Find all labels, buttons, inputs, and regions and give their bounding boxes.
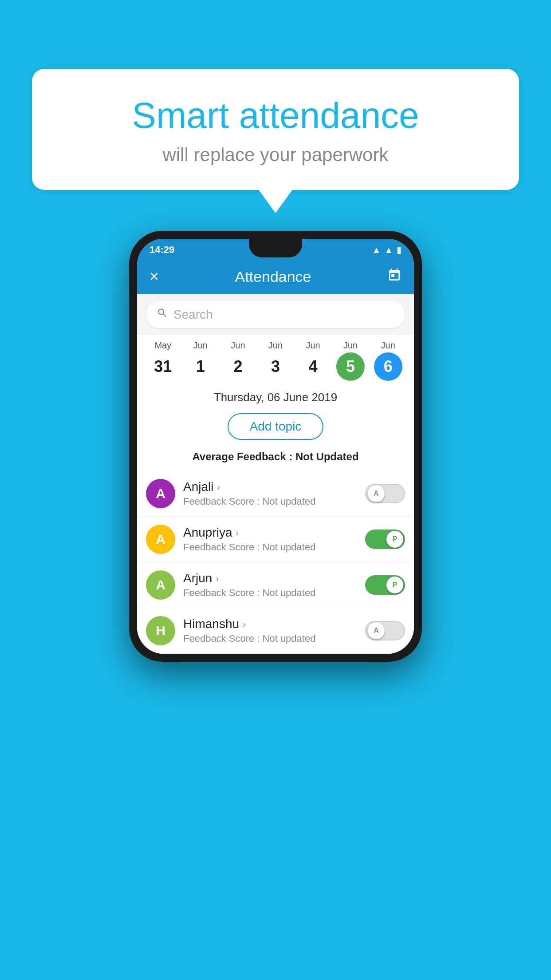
student-list: AAnjali ›Feedback Score : Not updatedAAA…: [137, 471, 414, 654]
cal-date-3[interactable]: 3: [261, 352, 290, 381]
phone-outer: 14:29 ▲ ▲ ▮ × Attendance: [129, 231, 422, 662]
cal-month-5: Jun: [343, 340, 358, 351]
app-bar: × Attendance: [137, 259, 414, 294]
search-container: Search: [137, 294, 414, 335]
cal-month-6: Jun: [381, 340, 395, 351]
cal-date-1[interactable]: 1: [186, 352, 215, 381]
speech-bubble-container: Smart attendance will replace your paper…: [32, 69, 519, 190]
toggle-container-3[interactable]: A: [365, 621, 405, 640]
toggle-knob-0: A: [368, 485, 385, 502]
cal-month-3: Jun: [268, 340, 283, 351]
attendance-toggle-0[interactable]: A: [365, 484, 405, 503]
toggle-knob-1: P: [386, 531, 403, 548]
calendar-day-31[interactable]: May31: [147, 340, 179, 381]
cal-date-2[interactable]: 2: [224, 352, 252, 381]
phone-mockup: 14:29 ▲ ▲ ▮ × Attendance: [129, 231, 422, 662]
signal-icon: ▲: [384, 245, 393, 255]
avatar-3: H: [146, 616, 175, 645]
add-topic-container: Add topic: [137, 409, 414, 447]
bubble-title: Smart attendance: [54, 95, 497, 135]
student-name-1: Anupriya ›: [183, 526, 365, 540]
phone-screen: 14:29 ▲ ▲ ▮ × Attendance: [137, 239, 414, 654]
toggle-knob-3: A: [368, 622, 385, 639]
calendar-day-6[interactable]: Jun6: [372, 340, 404, 381]
student-name-0: Anjali ›: [183, 480, 365, 494]
toggle-knob-2: P: [386, 577, 403, 593]
cal-date-0[interactable]: 31: [149, 352, 177, 381]
cal-month-2: Jun: [231, 340, 245, 351]
student-item-1[interactable]: AAnupriya ›Feedback Score : Not updatedP: [137, 517, 414, 562]
chevron-icon: ›: [243, 619, 246, 629]
student-item-0[interactable]: AAnjali ›Feedback Score : Not updatedA: [137, 471, 414, 517]
avatar-2: A: [146, 570, 175, 600]
chevron-icon: ›: [217, 482, 220, 492]
cal-date-4[interactable]: 4: [299, 352, 327, 381]
student-info-1: Anupriya ›Feedback Score : Not updated: [183, 526, 365, 553]
calendar-day-5[interactable]: Jun5: [335, 340, 366, 381]
avg-feedback: Average Feedback : Not Updated: [137, 447, 414, 471]
status-bar-wrapper: 14:29 ▲ ▲ ▮: [137, 239, 414, 259]
student-item-2[interactable]: AArjun ›Feedback Score : Not updatedP: [137, 562, 414, 608]
search-bar[interactable]: Search: [146, 301, 405, 328]
calendar-day-3[interactable]: Jun3: [260, 340, 291, 381]
avatar-1: A: [146, 525, 175, 554]
close-button[interactable]: ×: [150, 267, 159, 286]
bubble-subtitle: will replace your paperwork: [54, 144, 497, 166]
toggle-container-0[interactable]: A: [365, 484, 405, 503]
search-icon: [157, 307, 168, 322]
student-info-2: Arjun ›Feedback Score : Not updated: [183, 571, 365, 599]
cal-date-6[interactable]: 6: [374, 352, 402, 381]
avatar-0: A: [146, 479, 175, 508]
calendar-day-1[interactable]: Jun1: [185, 340, 216, 381]
wifi-icon: ▲: [372, 245, 381, 255]
calendar-day-2[interactable]: Jun2: [222, 340, 254, 381]
search-input[interactable]: Search: [173, 308, 394, 322]
cal-month-1: Jun: [193, 340, 208, 351]
cal-date-5[interactable]: 5: [336, 352, 365, 381]
toggle-container-2[interactable]: P: [365, 575, 405, 595]
cal-month-0: May: [154, 340, 171, 351]
attendance-toggle-2[interactable]: P: [365, 575, 405, 595]
student-info-0: Anjali ›Feedback Score : Not updated: [183, 480, 365, 507]
student-score-2: Feedback Score : Not updated: [183, 587, 365, 599]
status-time: 14:29: [150, 244, 174, 256]
attendance-toggle-1[interactable]: P: [365, 530, 405, 549]
student-score-0: Feedback Score : Not updated: [183, 496, 365, 507]
battery-icon: ▮: [397, 245, 401, 255]
avg-feedback-value: Not Updated: [295, 450, 359, 462]
speech-bubble: Smart attendance will replace your paper…: [32, 69, 519, 190]
app-bar-title: Attendance: [235, 268, 311, 285]
student-name-3: Himanshu ›: [183, 617, 365, 631]
student-score-3: Feedback Score : Not updated: [183, 633, 365, 644]
chevron-icon: ›: [216, 573, 219, 584]
calendar-icon[interactable]: [387, 268, 401, 285]
cal-month-4: Jun: [306, 340, 320, 351]
calendar-row: May31Jun1Jun2Jun3Jun4Jun5Jun6: [137, 335, 414, 383]
status-icons: ▲ ▲ ▮: [372, 245, 401, 255]
selected-date-label: Thursday, 06 June 2019: [137, 383, 414, 409]
toggle-container-1[interactable]: P: [365, 530, 405, 549]
add-topic-button[interactable]: Add topic: [228, 413, 324, 440]
calendar-day-4[interactable]: Jun4: [297, 340, 329, 381]
student-name-2: Arjun ›: [183, 571, 365, 585]
phone-notch: [249, 239, 302, 257]
attendance-toggle-3[interactable]: A: [365, 621, 405, 640]
student-item-3[interactable]: HHimanshu ›Feedback Score : Not updatedA: [137, 608, 414, 654]
chevron-icon: ›: [236, 528, 239, 538]
avg-feedback-label: Average Feedback :: [192, 450, 295, 462]
student-score-1: Feedback Score : Not updated: [183, 541, 365, 553]
student-info-3: Himanshu ›Feedback Score : Not updated: [183, 617, 365, 644]
